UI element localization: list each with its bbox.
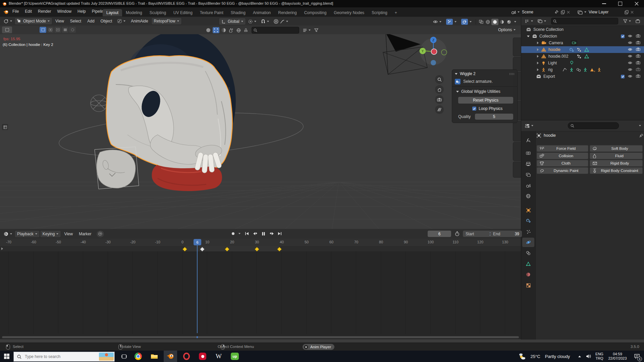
outliner-row-rig[interactable]: rig 4 [521,66,644,73]
minimize-button[interactable] [602,3,606,4]
object-tab[interactable] [522,205,534,215]
object-data-tab[interactable] [522,259,534,268]
tab-texture-paint[interactable]: Texture Paint [196,9,227,16]
shading-dropdown-caret[interactable] [514,21,516,22]
render-camera-icon[interactable] [636,54,640,59]
soft-body-button[interactable]: Soft Body [590,145,643,152]
object-visibility-dropdown[interactable] [431,19,444,24]
jump-to-start-button[interactable] [243,230,251,237]
outliner-filter-button[interactable] [621,18,633,24]
render-camera-icon[interactable] [636,41,640,45]
expand-caret-icon[interactable] [537,48,539,51]
tab-compositing[interactable]: Compositing [301,9,330,16]
next-keyframe-button[interactable] [268,230,275,237]
maximize-button[interactable] [618,2,622,6]
menu-window[interactable]: Window [54,9,74,14]
half-sphere-icon[interactable] [221,27,227,33]
expand-caret-icon[interactable] [527,36,530,37]
weather-icon[interactable] [517,351,528,362]
timeline-scrollbar[interactable] [2,336,519,338]
animaide-menu[interactable]: AnimAide [128,19,151,23]
shading-solid-button[interactable] [491,19,498,25]
pin-icon[interactable] [555,10,558,14]
render-camera-icon[interactable] [636,61,640,65]
stamp-icon[interactable] [243,27,249,33]
viewport-menu-object[interactable]: Object [98,19,115,23]
timeline-channel-region[interactable] [0,246,521,334]
active-tool-fallback-button[interactable] [115,18,128,24]
gizmo-toggle[interactable] [446,19,453,25]
end-frame-field[interactable]: End39 [490,231,522,237]
select-mode-intersect[interactable] [69,27,76,33]
weather-desc[interactable]: Partly cloudy [542,351,573,362]
collision-button[interactable]: Collision [537,153,588,159]
filter-funnel-icon[interactable] [314,28,318,32]
globe-icon[interactable] [235,27,241,33]
outliner-row-light[interactable]: Light [521,60,644,66]
options-dropdown[interactable]: Options [496,26,518,33]
channel-expand-arrow[interactable] [1,247,3,250]
properties-options-caret[interactable] [639,125,641,126]
start-button[interactable] [0,351,13,362]
add-workspace-button[interactable]: + [391,9,401,16]
render-camera-icon[interactable] [636,74,640,79]
filter-type-dropdown[interactable] [301,27,313,33]
outliner-editor-type-button[interactable] [523,18,535,24]
new-scene-icon[interactable] [561,10,565,14]
fluid-button[interactable]: Fluid [590,153,643,159]
constraints-tab[interactable] [522,248,534,258]
expand-caret-icon[interactable] [537,62,539,64]
remove-view-layer-icon[interactable] [631,11,634,14]
viewport-menu-select[interactable]: Select [67,19,84,23]
active-tool-button[interactable] [2,26,12,33]
collection-checkbox[interactable] [621,35,625,38]
weather-temp[interactable]: 25°C [528,351,543,362]
scene-selector[interactable]: Scene [511,9,570,15]
blender-taskbar-icon[interactable] [164,351,177,362]
sidebar-tab[interactable] [513,162,521,178]
record-button[interactable] [230,230,236,237]
menu-file[interactable]: File [9,9,22,14]
loop-physics-row[interactable]: Loop Physics [472,106,513,111]
xray-toggle[interactable] [478,19,484,25]
start-frame-field[interactable]: Start1 [463,231,494,237]
tab-geometry-nodes[interactable]: Geometry Nodes [330,9,368,16]
hide-eye-icon[interactable] [628,47,632,52]
snap-toggle[interactable] [259,18,271,25]
expand-caret-icon[interactable] [537,42,539,44]
pose-badge-icon-2[interactable] [583,68,587,72]
collapse-caret-icon[interactable] [455,73,458,75]
menu-help[interactable]: Help [74,9,89,14]
rigid-body-constraint-button[interactable]: Rigid Body Constraint [590,167,643,174]
expand-caret-icon[interactable] [537,55,539,58]
render-camera-icon[interactable] [636,47,640,52]
overlays-dropdown[interactable] [459,18,474,26]
volume-icon[interactable] [584,351,593,362]
tool-tab[interactable] [522,136,534,145]
sidebar-tab[interactable] [513,121,521,141]
rig-extra-badge-icon[interactable] [597,68,601,72]
mode-selector[interactable]: Object Mode [14,17,52,25]
modifier-badge-icon[interactable] [570,48,574,52]
timeline-view-menu[interactable]: View [61,232,76,236]
blender-app-menu-icon[interactable] [3,10,9,14]
file-explorer-icon[interactable] [148,351,161,362]
texture-tab[interactable] [522,281,534,290]
modifiers-tab[interactable] [522,216,534,226]
outliner-row-scene-collection[interactable]: Scene Collection [521,26,644,33]
w-app-icon[interactable]: W [212,351,225,362]
outliner-row-export[interactable]: Export [521,73,644,80]
pose-badge-icon[interactable] [570,68,574,72]
vertex-group-badge-icon[interactable] [577,48,581,52]
use-preview-range-icon[interactable] [455,231,460,236]
jump-to-end-button[interactable] [276,230,283,237]
tab-uv-editing[interactable]: UV Editing [170,9,196,16]
render-disabled-camera-icon[interactable] [636,67,640,72]
tab-scripting[interactable]: Scripting [368,9,391,16]
vertex-group-badge-icon[interactable] [577,54,581,59]
orthographic-toggle-button[interactable] [435,105,444,114]
tab-sculpting[interactable]: Sculpting [146,9,170,16]
reset-physics-button[interactable]: Reset Physics [458,97,513,104]
toolbar-toggle-icon[interactable] [2,124,8,130]
tab-rendering[interactable]: Rendering [274,9,300,16]
